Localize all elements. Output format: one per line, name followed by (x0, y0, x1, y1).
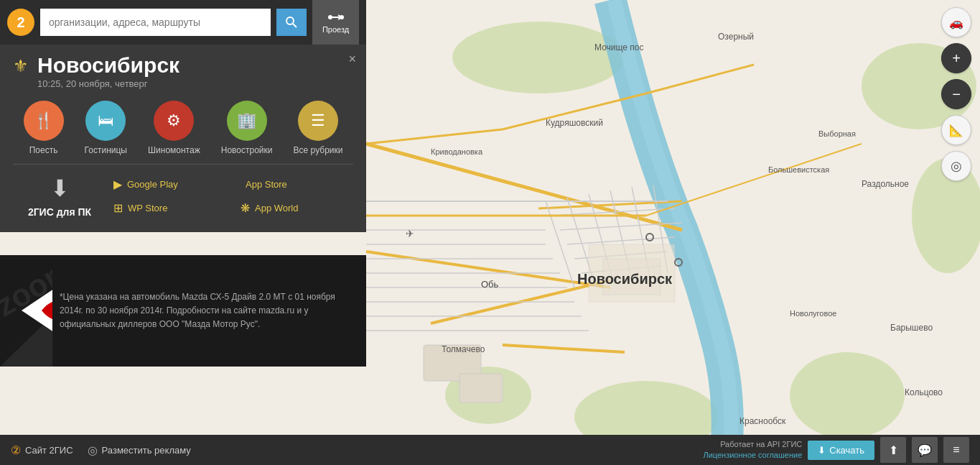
city-icon: ⚜ (13, 56, 29, 76)
route-icon (328, 11, 344, 23)
desktop-label: 2ГИС для ПК (28, 206, 91, 218)
svg-rect-40 (459, 374, 503, 402)
site-label: Сайт 2ГИС (25, 445, 73, 456)
category-all[interactable]: ☰ Все рубрики (294, 101, 343, 155)
city-name: Новосибирск (37, 53, 179, 77)
panel-divider (13, 164, 353, 165)
svg-text:Раздольное: Раздольное (862, 179, 909, 189)
svg-text:Толмачево: Толмачево (442, 344, 485, 354)
categories: 🍴 Поесть 🛏 Гостиницы ⚙ Шиномонтаж 🏢 Ново… (0, 93, 366, 161)
ad-banner[interactable]: mazda zoom *Цена указана на автомобиль M… (0, 255, 366, 367)
svg-text:Барышево: Барышево (890, 323, 933, 333)
search-input[interactable] (40, 9, 271, 36)
city-datetime: 10:25, 20 ноября, четверг (37, 78, 179, 89)
app-link-label-1: App Store (246, 179, 287, 190)
bottom-bar: ② Сайт 2ГИС ◎ Разместить рекламу Работае… (0, 435, 980, 465)
svg-text:Выборная: Выборная (818, 129, 856, 138)
location-button[interactable]: ◎ (941, 151, 971, 181)
bottom-right: Работает на API 2ГИС Лицензионное соглаш… (703, 437, 969, 463)
category-new[interactable]: 🏢 Новостройки (221, 101, 273, 155)
app-link-1[interactable]: App Store (241, 175, 353, 194)
app-link-label-3: App World (255, 203, 298, 213)
eat-label: Поесть (29, 145, 58, 155)
svg-line-61 (293, 24, 297, 27)
app-link-icon-3: ❋ (241, 201, 250, 215)
tire-label: Шиномонтаж (148, 145, 200, 155)
svg-point-1 (452, 22, 625, 93)
close-button[interactable]: × (348, 52, 356, 67)
eat-icon: 🍴 (24, 101, 64, 141)
search-button[interactable] (276, 9, 307, 36)
svg-point-60 (286, 17, 294, 24)
feedback-button[interactable]: 💬 (912, 437, 938, 463)
svg-text:Мочище пос: Мочище пос (594, 42, 643, 52)
new-icon: 🏢 (227, 101, 267, 141)
top-bar: 2 Проезд (0, 0, 366, 45)
svg-point-62 (328, 15, 332, 19)
tire-icon: ⚙ (154, 101, 194, 141)
zoom-in-button[interactable]: + (941, 43, 971, 73)
menu-button[interactable]: ≡ (943, 437, 969, 463)
desktop-app[interactable]: ⬇ 2ГИС для ПК (13, 175, 106, 218)
svg-text:Криводановка: Криводановка (431, 147, 483, 156)
app-link-2[interactable]: ⊞WP Store (113, 198, 226, 218)
site-icon: ② (11, 443, 21, 457)
logo: 2 (7, 9, 34, 36)
ad-label: Разместить рекламу (102, 445, 191, 456)
app-link-0[interactable]: ▶Google Play (113, 175, 226, 194)
category-tire[interactable]: ⚙ Шиномонтаж (148, 101, 200, 155)
route-button[interactable]: Проезд (312, 0, 359, 45)
svg-text:Новолуговое: Новолуговое (790, 309, 836, 318)
hotel-label: Гостиницы (85, 145, 127, 155)
search-icon (285, 16, 298, 29)
hotel-icon: 🛏 (85, 101, 126, 141)
attribution: Работает на API 2ГИС Лицензионное соглаш… (703, 439, 802, 461)
ruler-button[interactable]: 📐 (941, 115, 971, 145)
category-eat[interactable]: 🍴 Поесть (24, 101, 64, 155)
app-link-icon-2: ⊞ (113, 201, 123, 215)
share-button[interactable]: ⬆ (880, 437, 906, 463)
category-hotel[interactable]: 🛏 Гостиницы (85, 101, 127, 155)
license-link[interactable]: Лицензионное соглашение (703, 450, 802, 461)
svg-text:Кольцово: Кольцово (905, 387, 943, 397)
bottom-left: ② Сайт 2ГИС ◎ Разместить рекламу (11, 443, 689, 457)
map-controls: 🚗 + − 📐 ◎ (941, 7, 971, 181)
download-icon: ⬇ (50, 175, 70, 202)
svg-point-6 (790, 352, 905, 438)
app-link-label-0: Google Play (127, 179, 178, 190)
download-label: Скачать (829, 445, 864, 456)
svg-text:Большевистская: Большевистская (768, 165, 829, 174)
download-icon: ⬇ (818, 445, 826, 456)
app-link-icon-0: ▶ (113, 178, 122, 191)
svg-text:Краснообск: Краснообск (739, 416, 786, 426)
app-link-3[interactable]: ❋App World (241, 198, 353, 218)
ad-icon: ◎ (88, 443, 98, 457)
panel: ⚜ Новосибирск 10:25, 20 ноября, четверг … (0, 45, 366, 232)
svg-text:Кудряшовский: Кудряшовский (546, 118, 603, 128)
svg-text:Озерный: Озерный (718, 32, 754, 42)
panel-header: ⚜ Новосибирск 10:25, 20 ноября, четверг … (0, 45, 366, 93)
new-label: Новостройки (221, 145, 273, 155)
download-button[interactable]: ⬇ Скачать (808, 441, 874, 460)
app-links: ▶Google PlayApp Store⊞WP Store❋App World (113, 175, 353, 218)
svg-text:✈: ✈ (406, 228, 414, 239)
all-label: Все рубрики (294, 145, 343, 155)
all-icon: ☰ (298, 101, 338, 141)
site-link[interactable]: ② Сайт 2ГИС (11, 443, 73, 457)
zoom-out-button[interactable]: − (941, 79, 971, 109)
ad-text: *Цена указана на автомобиль Mazda СХ-5 Д… (52, 280, 366, 343)
ad-image: mazda zoom (0, 255, 52, 367)
app-link-label-2: WP Store (128, 203, 167, 213)
svg-text:Новосибирск: Новосибирск (577, 271, 673, 287)
route-label: Проезд (322, 25, 349, 34)
svg-text:Обь: Обь (481, 279, 499, 290)
ad-link[interactable]: ◎ Разместить рекламу (88, 443, 191, 457)
traffic-button[interactable]: 🚗 (941, 7, 971, 37)
apps-section: ⬇ 2ГИС для ПК ▶Google PlayApp Store⊞WP S… (0, 167, 366, 225)
